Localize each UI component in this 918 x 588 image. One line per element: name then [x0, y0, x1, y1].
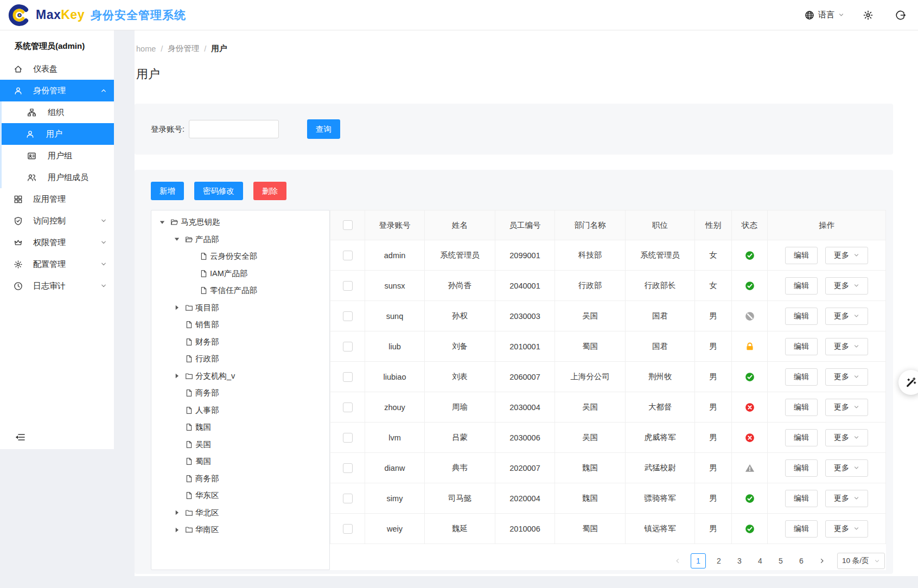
cell-gender: 女 — [695, 271, 732, 301]
tree-item-label: 行政部 — [195, 354, 219, 364]
cell-department: 魏国 — [555, 483, 626, 513]
tree-item[interactable]: 马克思钥匙 — [151, 214, 329, 231]
more-button[interactable]: 更多 — [825, 308, 868, 325]
sidebar-item-org[interactable]: 组织 — [2, 101, 114, 123]
row-checkbox[interactable] — [343, 402, 353, 412]
chevron-down-icon — [100, 218, 107, 224]
page-size-select[interactable]: 10 条/页 — [837, 553, 885, 569]
tree-item[interactable]: 云身份安全部 — [151, 248, 329, 265]
caret-right-icon[interactable] — [173, 509, 181, 516]
page-button-5[interactable]: 5 — [773, 553, 788, 568]
row-checkbox[interactable] — [343, 342, 353, 351]
more-button[interactable]: 更多 — [825, 520, 868, 538]
more-button[interactable]: 更多 — [825, 429, 868, 446]
edit-button[interactable]: 编辑 — [785, 308, 818, 325]
row-checkbox[interactable] — [343, 463, 353, 473]
breadcrumb-item[interactable]: 身份管理 — [168, 43, 199, 54]
more-button[interactable]: 更多 — [825, 247, 868, 264]
tree-item[interactable]: 魏国 — [151, 419, 329, 436]
sidebar-item-user-group[interactable]: 用户组 — [2, 145, 114, 167]
row-checkbox[interactable] — [343, 372, 353, 382]
caret-right-icon[interactable] — [173, 372, 181, 380]
login-account-input[interactable] — [189, 120, 279, 138]
tree-item[interactable]: 华南区 — [151, 521, 329, 539]
row-checkbox[interactable] — [343, 251, 353, 260]
edit-button[interactable]: 编辑 — [785, 520, 818, 538]
change-password-button[interactable]: 密码修改 — [194, 182, 243, 200]
row-checkbox[interactable] — [343, 433, 353, 443]
more-button[interactable]: 更多 — [825, 277, 868, 295]
sidebar-item-audit[interactable]: 日志审计 — [0, 275, 114, 297]
tree-item[interactable]: 人事部 — [151, 402, 329, 419]
menu-fold-icon[interactable] — [15, 432, 25, 443]
edit-button[interactable]: 编辑 — [785, 247, 818, 264]
edit-button[interactable]: 编辑 — [785, 429, 818, 446]
row-checkbox[interactable] — [343, 494, 353, 503]
caret-right-icon[interactable] — [173, 526, 181, 534]
more-button[interactable]: 更多 — [825, 368, 868, 386]
tree-item[interactable]: 商务部 — [151, 385, 329, 402]
caret-down-icon[interactable] — [173, 235, 181, 243]
tree-item[interactable]: 行政部 — [151, 350, 329, 368]
select-all-checkbox[interactable] — [343, 220, 353, 230]
caret-right-icon[interactable] — [173, 304, 181, 311]
next-page-button[interactable] — [814, 553, 830, 568]
page-button-4[interactable]: 4 — [753, 553, 768, 568]
tree-item[interactable]: 商务部 — [151, 470, 329, 488]
page-button-6[interactable]: 6 — [794, 553, 809, 568]
more-button[interactable]: 更多 — [825, 338, 868, 355]
tree-item[interactable]: 产品部 — [151, 231, 329, 248]
tree-item-label: 项目部 — [195, 303, 219, 313]
settings-button[interactable] — [863, 10, 874, 21]
caret-spacer — [188, 270, 195, 277]
tree-item[interactable]: 蜀国 — [151, 453, 329, 470]
edit-button[interactable]: 编辑 — [785, 459, 818, 477]
add-button[interactable]: 新增 — [151, 182, 184, 200]
tree-item[interactable]: 零信任产品部 — [151, 282, 329, 299]
sidebar-item-permission[interactable]: 权限管理 — [0, 232, 114, 253]
tree-item[interactable]: 华北区 — [151, 504, 329, 522]
file-icon — [185, 440, 193, 449]
tree-item[interactable]: 吴国 — [151, 436, 329, 453]
cell-department: 魏国 — [555, 453, 626, 483]
sidebar-item-app[interactable]: 应用管理 — [0, 188, 114, 210]
language-selector[interactable]: 语言 — [805, 10, 844, 20]
more-button[interactable]: 更多 — [825, 459, 868, 477]
edit-button[interactable]: 编辑 — [785, 490, 818, 507]
tree-item[interactable]: 销售部 — [151, 316, 329, 334]
sidebar-item-identity[interactable]: 身份管理 — [0, 80, 114, 101]
edit-button[interactable]: 编辑 — [785, 338, 818, 355]
page-button-1[interactable]: 1 — [691, 553, 706, 568]
sidebar-item-user-group-member[interactable]: 用户组成员 — [2, 167, 114, 188]
edit-button[interactable]: 编辑 — [785, 399, 818, 416]
column-header: 职位 — [626, 210, 695, 240]
cell-department: 蜀国 — [555, 514, 626, 544]
tree-item-label: 吴国 — [195, 439, 211, 450]
row-checkbox[interactable] — [343, 311, 353, 321]
tree-item[interactable]: 项目部 — [151, 299, 329, 317]
more-button[interactable]: 更多 — [825, 490, 868, 507]
page-button-3[interactable]: 3 — [732, 553, 747, 568]
tree-item[interactable]: 华东区 — [151, 487, 329, 504]
tree-item[interactable]: 分支机构_v — [151, 368, 329, 385]
tree-item[interactable]: IAM产品部 — [151, 265, 329, 283]
sidebar-item-user[interactable]: 用户 — [2, 123, 114, 145]
caret-down-icon[interactable] — [158, 219, 166, 226]
breadcrumb-item[interactable]: home — [136, 44, 156, 53]
status-error-icon — [745, 402, 755, 412]
delete-button[interactable]: 删除 — [253, 182, 286, 200]
sidebar-item-dashboard[interactable]: 仪表盘 — [0, 58, 114, 80]
edit-button[interactable]: 编辑 — [785, 277, 818, 295]
logout-button[interactable] — [895, 10, 906, 21]
row-checkbox[interactable] — [343, 281, 353, 291]
cell-gender: 男 — [695, 301, 732, 331]
sidebar-item-access[interactable]: 访问控制 — [0, 210, 114, 232]
prev-page-button[interactable] — [670, 553, 685, 568]
more-button[interactable]: 更多 — [825, 399, 868, 416]
sidebar-item-config[interactable]: 配置管理 — [0, 253, 114, 275]
tree-item[interactable]: 财务部 — [151, 334, 329, 351]
row-checkbox[interactable] — [343, 524, 353, 534]
edit-button[interactable]: 编辑 — [785, 368, 818, 386]
page-button-2[interactable]: 2 — [711, 553, 726, 568]
query-button[interactable]: 查询 — [307, 119, 340, 139]
